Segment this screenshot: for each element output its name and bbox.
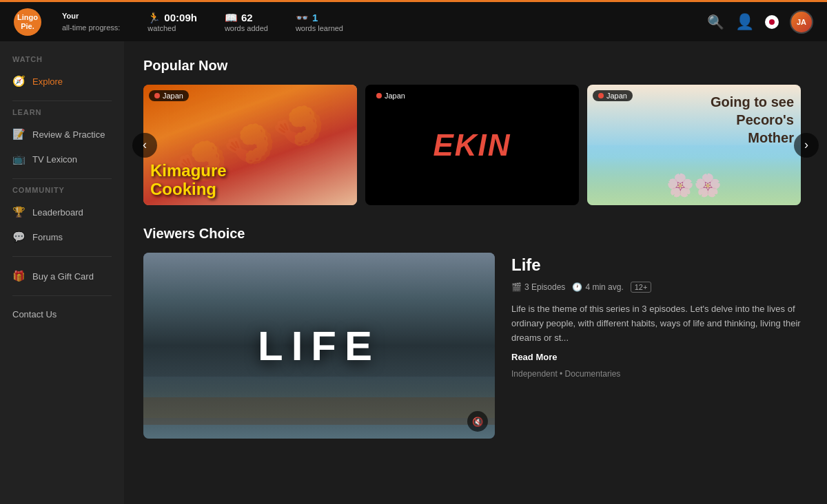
featured-description: Life is the theme of this series in 3 ep… [511, 302, 808, 345]
stat-words-learned-sub: words learned [296, 24, 343, 32]
read-more-button[interactable]: Read More [511, 352, 808, 362]
stat-watched-value: 🏃 00:09h [147, 12, 197, 24]
carousel-card-pecoro[interactable]: 🌸🌸 Japan Going to seePecoro's Mother [587, 85, 801, 205]
stat-words-added-value: 📖 62 [225, 12, 253, 24]
featured-info: Life 🎬 3 Episodes 🕐 4 min avg. 12+ Life … [511, 253, 808, 439]
popular-now-title: Popular Now [143, 58, 808, 74]
carousel-wrapper: ‹ 🍤🍤🍤 Japan [143, 85, 808, 205]
sidebar-item-contact[interactable]: Contact Us [0, 303, 124, 326]
logo[interactable]: Lingo Pie. [14, 8, 41, 36]
language-selector[interactable] [765, 15, 779, 29]
stat-words-learned-value: 👓 1 [296, 12, 318, 24]
sidebar-item-review[interactable]: 📝 Review & Practice [0, 122, 124, 147]
viewers-choice-section: LIFE 🔇 Life 🎬 3 Episodes 🕐 4 min avg. [143, 253, 808, 439]
review-icon: 📝 [12, 128, 25, 140]
sidebar-explore-label: Explore [32, 76, 63, 87]
card-kimagure-title: Kimagure Cooking [150, 162, 350, 198]
sidebar-leaderboard-label: Leaderboard [32, 207, 83, 218]
sidebar-item-explore[interactable]: 🧭 Explore [0, 69, 124, 94]
sidebar-divider-2 [12, 178, 112, 179]
sidebar-contact-label: Contact Us [12, 309, 57, 319]
video-background: LIFE [143, 253, 495, 439]
glasses-icon: 👓 [296, 12, 309, 24]
sidebar-forums-label: Forums [32, 232, 63, 242]
card-ekin-title: EKIN [365, 85, 579, 205]
sidebar-item-gift-card[interactable]: 🎁 Buy a Gift Card [0, 264, 124, 288]
sidebar: WATCH 🧭 Explore LEARN 📝 Review & Practic… [0, 41, 124, 504]
featured-genres: Independent • Documentaries [511, 369, 808, 379]
explore-icon: 🧭 [12, 75, 25, 87]
book-icon: 📖 [225, 12, 238, 24]
settings-icon[interactable]: 👤 [735, 13, 754, 31]
mute-button[interactable]: 🔇 [467, 411, 488, 432]
featured-title: Life [511, 255, 808, 275]
carousel-card-ekin[interactable]: Japan EKIN [365, 85, 579, 205]
episodes-meta: 🎬 3 Episodes [511, 282, 565, 292]
sidebar-divider-1 [12, 101, 112, 101]
featured-video[interactable]: LIFE 🔇 [143, 253, 495, 439]
topbar-right: 🔍 👤 JA [707, 10, 813, 34]
sidebar-gift-label: Buy a Gift Card [32, 271, 94, 282]
life-video-title: LIFE [258, 322, 380, 370]
gift-icon: 🎁 [12, 270, 25, 282]
carousel-prev-button[interactable]: ‹ [132, 133, 157, 158]
community-section-label: COMMUNITY [0, 186, 124, 200]
leaderboard-icon: 🏆 [12, 206, 25, 218]
search-icon[interactable]: 🔍 [707, 14, 724, 30]
japan-dot-1 [154, 93, 160, 98]
forums-icon: 💬 [12, 231, 25, 243]
stat-watched-sub: watched [147, 24, 176, 32]
japan-dot-3 [598, 93, 604, 98]
episodes-icon: 🎬 [511, 282, 522, 292]
sidebar-divider-3 [12, 256, 112, 257]
stat-words-added: 📖 62 words added [225, 12, 268, 32]
progress-label: Yourall-time progress: [62, 10, 120, 33]
clock-icon: 🕐 [572, 282, 582, 292]
user-avatar[interactable]: JA [790, 10, 813, 34]
run-icon: 🏃 [147, 12, 161, 24]
featured-meta: 🎬 3 Episodes 🕐 4 min avg. 12+ [511, 282, 808, 293]
sidebar-review-label: Review & Practice [32, 129, 105, 140]
carousel-card-kimagure[interactable]: 🍤🍤🍤 Japan Kimagure Cooking [143, 85, 357, 205]
content-area: Popular Now ‹ 🍤🍤🍤 Japan [124, 41, 827, 504]
learn-section-label: LEARN [0, 108, 124, 122]
viewers-choice-title: Viewers Choice [143, 226, 808, 242]
progress-section: Yourall-time progress: 🏃 00:09h watched … [62, 10, 707, 33]
carousel: 🍤🍤🍤 Japan Kimagure Cooking [143, 85, 808, 205]
watch-section-label: WATCH [0, 55, 124, 69]
card-kimagure-title-text: Kimagure Cooking [150, 162, 350, 198]
main-layout: WATCH 🧭 Explore LEARN 📝 Review & Practic… [0, 41, 827, 504]
card-pecoro-title: Going to seePecoro's Mother [694, 93, 794, 147]
card-japan-tag-1: Japan [149, 90, 189, 101]
sidebar-item-forums[interactable]: 💬 Forums [0, 224, 124, 249]
sidebar-item-leaderboard[interactable]: 🏆 Leaderboard [0, 200, 124, 224]
stat-words-learned: 👓 1 words learned [296, 12, 343, 32]
stat-words-added-sub: words added [225, 24, 268, 32]
rating-badge: 12+ [631, 282, 652, 293]
sidebar-divider-4 [12, 295, 112, 296]
stat-watched: 🏃 00:09h watched [147, 12, 197, 32]
carousel-next-button[interactable]: › [794, 133, 819, 158]
tv-icon: 📺 [12, 153, 25, 165]
topbar: Lingo Pie. Yourall-time progress: 🏃 00:0… [0, 0, 827, 41]
card-japan-tag-3: Japan [593, 90, 633, 101]
sidebar-item-tv-lexicon[interactable]: 📺 TV Lexicon [0, 147, 124, 171]
sidebar-tv-label: TV Lexicon [32, 154, 77, 165]
japan-flag [765, 15, 779, 29]
duration-meta: 🕐 4 min avg. [572, 282, 623, 292]
